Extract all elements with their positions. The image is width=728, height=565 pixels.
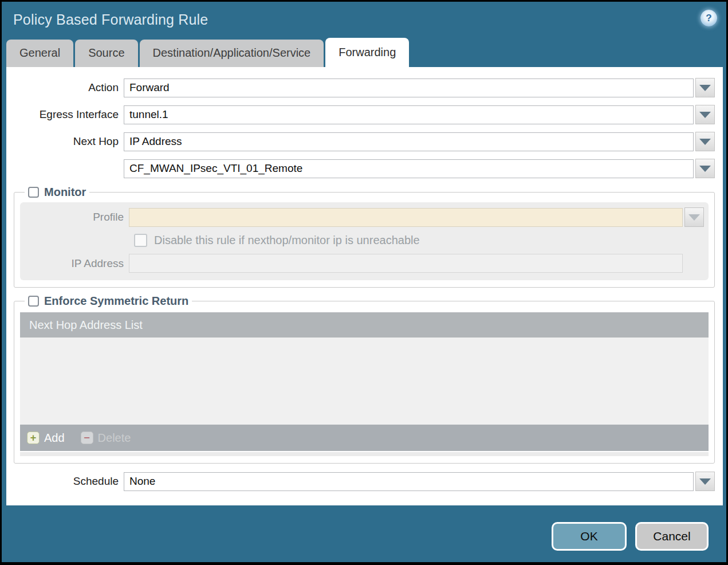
action-label: Action: [6, 81, 124, 94]
egress-interface-label: Egress Interface: [6, 108, 124, 121]
help-icon: ?: [706, 13, 711, 23]
disable-rule-row: Disable this rule if nexthop/monitor ip …: [134, 234, 704, 247]
action-row: Action: [6, 78, 715, 97]
next-hop-address-row: [6, 159, 715, 178]
help-button[interactable]: ?: [701, 10, 717, 26]
chevron-down-icon: [699, 112, 711, 118]
action-input[interactable]: [124, 79, 694, 97]
schedule-dropdown-button[interactable]: [695, 472, 715, 491]
next-hop-address-dropdown-button[interactable]: [695, 159, 715, 178]
schedule-input[interactable]: [124, 472, 694, 491]
next-hop-address-input[interactable]: [124, 159, 694, 178]
forwarding-tab-panel: Action Egress Interface Next Hop: [6, 67, 723, 505]
next-hop-type-input[interactable]: [124, 132, 694, 151]
monitor-checkbox[interactable]: [28, 187, 39, 198]
next-hop-type-dropdown-button[interactable]: [695, 132, 715, 151]
cancel-button[interactable]: Cancel: [635, 522, 709, 551]
plus-icon: +: [27, 431, 40, 444]
dialog-title: Policy Based Forwarding Rule: [13, 11, 208, 28]
chevron-down-icon: [699, 85, 711, 91]
schedule-label: Schedule: [6, 475, 124, 488]
delete-button: − Delete: [81, 431, 131, 445]
monitor-ip-input: [129, 254, 683, 273]
monitor-legend: Monitor: [25, 186, 89, 199]
chevron-down-icon: [688, 214, 700, 221]
dialog-footer: OK Cancel: [552, 522, 709, 551]
next-hop-address-list-header: Next Hop Address List: [29, 319, 143, 332]
profile-label: Profile: [20, 211, 129, 223]
monitor-ip-row: IP Address: [20, 254, 704, 273]
monitor-panel: Profile Disable this rule if nexthop/mon…: [20, 202, 709, 280]
disable-rule-checkbox: [134, 234, 147, 247]
next-hop-label: Next Hop: [6, 135, 124, 148]
chevron-down-icon: [699, 478, 711, 485]
next-hop-address-table: Next Hop Address List + Add − Delete: [20, 312, 709, 456]
monitor-group: Monitor Profile Disable this rule if nex…: [14, 186, 715, 288]
table-footer-bar: + Add − Delete: [20, 425, 709, 451]
tab-bar: General Source Destination/Application/S…: [2, 37, 726, 67]
tab-forwarding[interactable]: Forwarding: [325, 38, 409, 67]
enforce-symmetric-return-checkbox[interactable]: [28, 296, 39, 307]
add-button[interactable]: + Add: [27, 431, 65, 445]
enforce-legend: Enforce Symmetric Return: [25, 295, 192, 308]
table-body-empty[interactable]: [20, 338, 709, 425]
enforce-symmetric-return-label: Enforce Symmetric Return: [44, 295, 188, 308]
enforce-symmetric-return-group: Enforce Symmetric Return Next Hop Addres…: [14, 295, 715, 464]
egress-interface-row: Egress Interface: [6, 105, 715, 124]
chevron-down-icon: [699, 139, 711, 145]
dialog-titlebar: Policy Based Forwarding Rule ?: [2, 2, 726, 37]
egress-interface-input[interactable]: [124, 105, 694, 124]
schedule-row: Schedule: [6, 472, 715, 491]
tab-source[interactable]: Source: [75, 40, 137, 67]
ok-button[interactable]: OK: [552, 522, 627, 551]
disable-rule-label: Disable this rule if nexthop/monitor ip …: [154, 234, 420, 247]
pbf-rule-dialog: Policy Based Forwarding Rule ? General S…: [0, 0, 728, 565]
chevron-down-icon: [699, 166, 711, 172]
profile-dropdown-button: [684, 207, 704, 227]
tab-destination-application-service[interactable]: Destination/Application/Service: [140, 40, 324, 67]
action-dropdown-button[interactable]: [695, 78, 715, 97]
add-button-label: Add: [44, 431, 65, 445]
monitor-group-label: Monitor: [44, 186, 86, 199]
profile-input: [129, 208, 683, 227]
next-hop-row: Next Hop: [6, 132, 715, 151]
profile-row: Profile: [20, 207, 704, 227]
delete-button-label: Delete: [98, 431, 131, 445]
table-bottom-strip: [20, 452, 709, 456]
table-header-row: Next Hop Address List: [20, 312, 709, 338]
minus-icon: −: [81, 431, 93, 444]
tab-general[interactable]: General: [6, 40, 73, 67]
egress-interface-dropdown-button[interactable]: [695, 105, 715, 124]
monitor-ip-label: IP Address: [20, 257, 129, 270]
